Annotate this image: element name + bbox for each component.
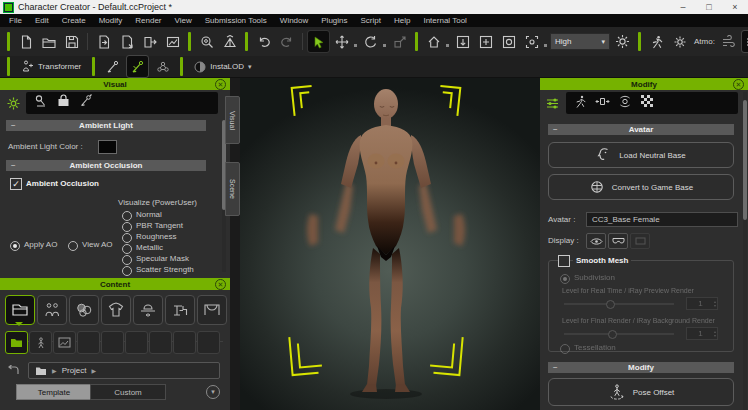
export-button[interactable] — [116, 31, 137, 52]
modify-tab-animation[interactable] — [574, 94, 587, 112]
breadcrumb[interactable]: ▶ Project ▶ — [28, 362, 220, 379]
radio-pbr-tangent[interactable] — [122, 222, 132, 232]
menu-modify[interactable]: Modify — [99, 16, 123, 25]
slot-empty[interactable] — [173, 331, 196, 354]
import-button[interactable] — [93, 31, 114, 52]
visual-tab-lamp[interactable] — [34, 94, 48, 112]
edit-mesh-button[interactable] — [127, 56, 148, 77]
motion-blur-button[interactable] — [646, 31, 667, 52]
mesh-nodes-button[interactable] — [152, 56, 173, 77]
tab-custom[interactable]: Custom — [90, 384, 166, 400]
slot-empty[interactable] — [101, 331, 124, 354]
category-project-button[interactable] — [5, 295, 35, 325]
menu-view[interactable]: View — [175, 16, 192, 25]
spin-down-icon[interactable]: ▾ — [714, 334, 716, 338]
category-cloth-button[interactable] — [101, 295, 131, 325]
close-button[interactable]: × — [722, 0, 748, 14]
save-project-button[interactable] — [61, 31, 82, 52]
effects-settings-button[interactable] — [669, 31, 690, 52]
transformer-button[interactable]: Transformer — [17, 58, 85, 76]
back-button[interactable] — [4, 362, 22, 378]
modify-panel-header[interactable]: Modify ✕ — [540, 78, 748, 90]
modify-tab-texture[interactable] — [640, 94, 654, 112]
center-camera-button[interactable] — [475, 31, 496, 52]
smooth-mesh-checkbox[interactable] — [558, 255, 570, 267]
spin-down-icon[interactable]: ▾ — [714, 304, 716, 308]
radio-scatter-strength[interactable] — [122, 266, 132, 276]
menu-script[interactable]: Script — [361, 16, 381, 25]
radio-metallic[interactable] — [122, 244, 132, 254]
category-avatar-button[interactable] — [37, 295, 67, 325]
move-options-dropdown[interactable] — [354, 44, 357, 47]
wind-settings-button[interactable] — [719, 31, 740, 52]
display-extra-button[interactable] — [630, 233, 650, 249]
home-camera-button[interactable] — [423, 31, 444, 52]
minimize-button[interactable]: – — [670, 0, 696, 14]
render-quality-select[interactable]: High ▾ — [550, 33, 610, 50]
new-project-button[interactable] — [15, 31, 36, 52]
menu-render[interactable]: Render — [135, 16, 161, 25]
radio-specular-mask[interactable] — [122, 255, 132, 265]
content-panel-header[interactable]: Content ✕ — [0, 278, 230, 290]
ambient-light-section-header[interactable]: − Ambient Light — [6, 120, 206, 131]
slot-empty[interactable] — [149, 331, 172, 354]
edit-pose-button[interactable] — [102, 56, 123, 77]
visual-tab-camera[interactable] — [79, 94, 93, 112]
avatar-name-field[interactable]: CC3_Base Female — [586, 212, 738, 227]
visual-settings-button[interactable] — [742, 31, 748, 52]
export-image-button[interactable] — [162, 31, 183, 52]
collapse-icon[interactable]: − — [11, 161, 16, 170]
ambient-light-color-swatch[interactable] — [98, 140, 117, 154]
category-material-button[interactable] — [69, 295, 99, 325]
slot-folder[interactable] — [5, 331, 28, 354]
visual-panel-header[interactable]: Visual ✕ — [0, 78, 230, 90]
radio-tessellation[interactable] — [560, 344, 570, 354]
camera-options-dropdown[interactable] — [446, 44, 449, 47]
final-level-slider[interactable] — [564, 333, 674, 335]
side-tab-visual[interactable]: Visual — [225, 96, 240, 144]
instalod-button[interactable]: InstaLOD ▾ — [190, 58, 255, 76]
modify-tab-morph[interactable] — [618, 94, 632, 112]
viewport-3d[interactable] — [240, 78, 540, 410]
breadcrumb-project[interactable]: Project — [62, 366, 87, 375]
frame-options-dropdown[interactable] — [544, 44, 547, 47]
realtime-level-spinner[interactable]: 1 ▴▾ — [686, 297, 718, 310]
slot-empty[interactable] — [125, 331, 148, 354]
close-icon[interactable]: ✕ — [215, 79, 226, 90]
realtime-level-slider[interactable] — [564, 303, 674, 305]
slot-character[interactable] — [29, 331, 52, 354]
pose-offset-button[interactable]: Pose Offset — [548, 378, 734, 406]
pivot-tool-button[interactable] — [219, 31, 240, 52]
send-to-button[interactable] — [139, 31, 160, 52]
zoom-to-object-button[interactable] — [196, 31, 217, 52]
reset-camera-button[interactable] — [498, 31, 519, 52]
redo-button[interactable] — [276, 31, 297, 52]
camera-frame-button[interactable] — [521, 31, 542, 52]
radio-subdivision[interactable] — [560, 274, 570, 284]
slot-empty[interactable] — [197, 331, 220, 354]
avatar-section-header[interactable]: − Avatar — [548, 124, 734, 135]
final-level-spinner[interactable]: 1 ▴▾ — [686, 327, 718, 340]
menu-edit[interactable]: Edit — [35, 16, 49, 25]
move-tool-button[interactable] — [331, 31, 352, 52]
scale-tool-button[interactable] — [389, 31, 410, 52]
menu-internal-tool[interactable]: Internal Tool — [423, 16, 466, 25]
slot-empty[interactable] — [77, 331, 100, 354]
light-settings-button[interactable] — [612, 31, 633, 52]
expand-chevron-button[interactable]: ▾ — [206, 385, 220, 399]
menu-file[interactable]: File — [9, 16, 22, 25]
ambient-occlusion-checkbox[interactable]: ✓ — [10, 178, 22, 190]
ambient-occlusion-section-header[interactable]: − Ambient Occlusion — [6, 160, 206, 171]
open-project-button[interactable] — [38, 31, 59, 52]
menu-help[interactable]: Help — [394, 16, 410, 25]
radio-roughness[interactable] — [122, 233, 132, 243]
visual-tab-display[interactable] — [3, 93, 24, 114]
display-visibility-button[interactable] — [586, 233, 606, 249]
category-stage-button[interactable] — [197, 295, 227, 325]
menu-window[interactable]: Window — [280, 16, 308, 25]
modify-tab-attribute[interactable] — [542, 93, 563, 114]
modify-tab-transform[interactable] — [595, 94, 610, 112]
category-furniture-button[interactable] — [165, 295, 195, 325]
rotate-options-dropdown[interactable] — [383, 44, 386, 47]
undo-button[interactable] — [253, 31, 274, 52]
